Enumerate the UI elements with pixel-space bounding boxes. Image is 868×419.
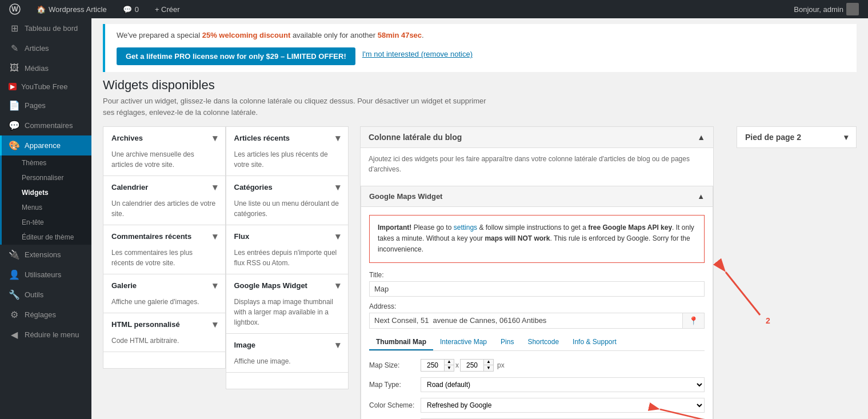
widget-archives-title: Archives [111,134,143,142]
notice-settings-link[interactable]: settings [454,224,477,232]
gmaps-widget-header: Google Maps Widget ▲ [361,186,713,207]
submenu-widgets[interactable]: Widgets [2,185,91,200]
widget-more-placeholder [103,352,226,369]
comment-icon: 💬 [123,5,132,14]
submenu-themes[interactable]: Thèmes [2,155,91,170]
tab-thumbnail-map[interactable]: Thumbnail Map [369,334,433,350]
map-height-up[interactable]: ▲ [484,360,493,365]
map-width-down[interactable]: ▼ [445,365,454,371]
sidebar-item-tableau-de-bord[interactable]: ⊞ Tableau de bord [0,18,91,38]
widget-calendrier-desc: Un calendrier des articles de votre site… [103,198,225,225]
extensions-icon: 🔌 [9,249,20,260]
chevron-down-icon: ▾ [335,182,340,193]
widget-image-header[interactable]: Image ▾ [226,334,349,356]
sidebar-item-commentaires[interactable]: 💬 Commentaires [0,115,91,135]
themes-label: Thèmes [22,159,46,167]
sidebar-item-outils[interactable]: 🔧 Outils [0,285,91,305]
widget-flux-header[interactable]: Flux ▾ [226,225,349,248]
main-content: We've prepared a special 25% welcoming d… [91,18,868,419]
greeting-item[interactable]: Bonjour, admin [790,0,862,18]
widget-categories-header[interactable]: Catégories ▾ [226,176,349,198]
widget-articles-title: Articles récents [234,134,290,142]
widget-galerie: Galerie ▾ Affiche une galerie d'images. [103,274,226,313]
articles-icon: ✎ [9,43,20,54]
chevron-down-icon: ▾ [213,182,217,193]
tab-info-support[interactable]: Info & Support [566,334,623,350]
sidebar-item-label: Outils [25,290,43,299]
color-scheme-select[interactable]: Refreshed by Google [421,398,705,413]
address-geo-button[interactable]: 📍 [682,313,705,329]
sidebar-item-pages[interactable]: 📄 Pages [0,95,91,115]
widget-articles-header[interactable]: Articles récents ▾ [226,127,349,149]
promo-button[interactable]: Get a lifetime PRO license now for only … [117,47,355,65]
widget-more-placeholder2 [226,372,349,389]
blog-sidebar-area: Colonne latérale du blog ▲ Ajoutez ici d… [360,126,714,419]
notice-maps-not-work: maps will NOT work [485,234,550,242]
map-width-up[interactable]: ▲ [445,360,454,365]
submenu-en-tete[interactable]: En-tête [2,215,91,230]
gmaps-collapse-icon[interactable]: ▲ [697,192,705,201]
submenu-editeur[interactable]: Éditeur de thème [2,230,91,245]
create-item[interactable]: + Créer [151,0,183,18]
wp-logo-item[interactable]: W [6,0,24,18]
widget-archives-desc: Une archive mensuelle des articles de vo… [103,149,225,175]
color-scheme-label: Color Scheme: [369,401,421,409]
sidebar-item-reglages[interactable]: ⚙ Réglages [0,305,91,325]
sidebar-item-label: Articles [25,44,49,53]
pied-de-page-dropdown[interactable]: Pied de page 2 ▾ [737,126,857,148]
map-height-down[interactable]: ▼ [484,365,493,371]
outils-icon: 🔧 [9,289,20,300]
promo-timer: 58min 47sec [378,31,422,39]
user-avatar [846,3,859,15]
tab-interactive-map[interactable]: Interactive Map [433,334,494,350]
page-title: Widgets disponibles [103,78,857,93]
widget-html-header[interactable]: HTML personnalisé ▾ [103,313,225,336]
color-scheme-row: Color Scheme: Refreshed by Google [369,398,705,413]
widget-image-desc: Affiche une image. [226,356,349,372]
collapse-icon[interactable]: ▲ [697,133,705,142]
gmaps-body: Important! Please go to settings & follo… [361,207,713,419]
commentaires-icon: 💬 [9,120,20,131]
widget-galerie-header[interactable]: Galerie ▾ [103,274,225,297]
sidebar-item-medias[interactable]: 🖼 Médias [0,58,91,78]
site-name-label: Wordpress Article [49,5,107,14]
widget-flux-desc: Les entrées depuis n'importe quel flux R… [226,248,349,274]
title-input[interactable] [369,281,705,297]
sidebar-item-articles[interactable]: ✎ Articles [0,38,91,58]
address-input[interactable] [369,313,682,329]
sidebar-item-utilisateurs[interactable]: 👤 Utilisateurs [0,265,91,285]
chevron-down-icon: ▾ [844,133,848,142]
tab-shortcode[interactable]: Shortcode [521,334,566,350]
widget-galerie-desc: Affiche une galerie d'images. [103,297,225,313]
sidebar-item-youtube-free[interactable]: ▶ YouTube Free [0,78,91,95]
widget-categories-title: Catégories [234,183,273,191]
address-field-group: Address: 📍 [369,302,705,329]
title-field-label: Title: [369,271,705,279]
comments-item[interactable]: 💬 0 [119,0,142,18]
promo-dismiss-link[interactable]: I'm not interested (remove notice) [362,50,473,58]
comments-count: 0 [135,5,139,14]
map-height-spinner: ▲ ▼ [483,360,493,371]
important-notice: Important! Please go to settings & follo… [369,215,705,263]
submenu-personnaliser[interactable]: Personnaliser [2,170,91,185]
submenu-menus[interactable]: Menus [2,200,91,215]
widget-calendrier-header[interactable]: Calendrier ▾ [103,176,225,198]
map-width-input[interactable] [421,360,444,371]
sidebar-item-label: Réduire le menu [25,330,79,339]
sidebar-item-label: YouTube Free [21,82,67,91]
widget-gmaps-header[interactable]: Google Maps Widget ▾ [226,274,349,297]
notice-important: Important! [378,224,411,232]
widget-commentaires-header[interactable]: Commentaires récents ▾ [103,225,225,248]
map-height-input[interactable] [461,360,483,371]
sidebar-item-extensions[interactable]: 🔌 Extensions [0,245,91,265]
sidebar-item-reduire[interactable]: ◀ Réduire le menu [0,325,91,345]
widget-commentaires-recents: Commentaires récents ▾ Les commentaires … [103,225,226,274]
sidebar-item-apparence[interactable]: 🎨 Apparence [0,135,91,155]
map-type-select[interactable]: Road (default) [421,377,705,392]
tab-pins[interactable]: Pins [494,334,521,350]
youtube-icon: ▶ [9,83,17,90]
site-name-item[interactable]: 🏠 Wordpress Article [33,0,110,18]
widget-archives-header[interactable]: Archives ▾ [103,127,225,149]
widget-image-title: Image [234,341,256,349]
widget-flux: Flux ▾ Les entrées depuis n'importe quel… [226,225,349,274]
